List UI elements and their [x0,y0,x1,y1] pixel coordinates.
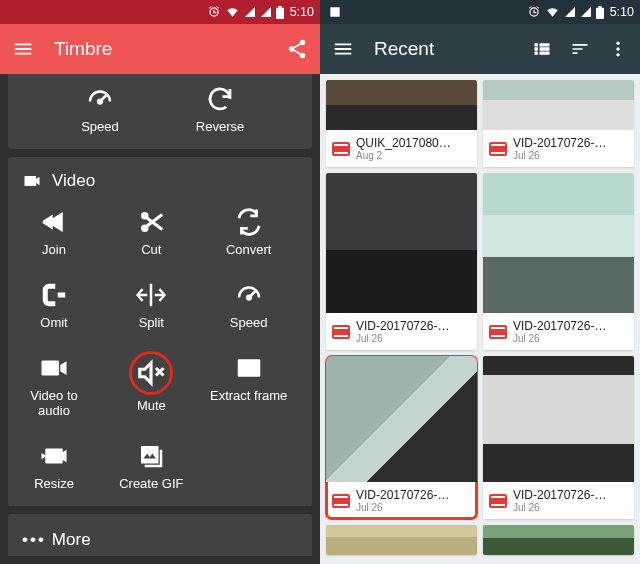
tool-label: Extract frame [210,389,287,404]
video-section-label: Video [52,171,95,191]
battery-icon [596,6,604,19]
tool-reverse[interactable]: Reverse [180,78,260,139]
film-icon [332,142,350,156]
tool-label: Speed [81,120,119,135]
signal-icon [260,6,272,18]
convert-icon [232,205,266,239]
video-thumbnail [483,356,634,482]
sort-icon[interactable] [570,39,590,59]
video-card[interactable]: VID-20170726-…Jul 26 [483,356,634,519]
video-card[interactable]: VID-20170726-…Jul 26 [326,173,477,350]
cut-icon [134,205,168,239]
tool-speed[interactable]: Speed [60,78,140,139]
app-title: Recent [374,38,514,60]
video-date: Jul 26 [356,502,449,513]
film-icon [332,325,350,339]
tool-video-to-audio[interactable]: Video to audio [14,347,94,423]
video-card: Video JoinCutConvertOmitSplitSpeedVideo … [8,157,312,506]
clock-text: 5:10 [290,5,314,19]
tool-label: Mute [137,399,166,414]
video-card[interactable]: VID-20170726-…Jul 26 [483,173,634,350]
video-date: Jul 26 [513,333,606,344]
svg-point-9 [616,53,619,56]
mute-icon [134,356,168,390]
tool-omit[interactable]: Omit [14,274,94,335]
tool-label: Omit [40,316,67,331]
video-icon [22,171,42,191]
tool-speed[interactable]: Speed [209,274,289,335]
video-card[interactable] [326,525,477,555]
video-caption: VID-20170726-…Jul 26 [483,482,634,519]
split-icon [134,278,168,312]
film-icon [489,494,507,508]
video-name: QUIK_2017080… [356,136,451,150]
tool-resize[interactable]: Resize [14,435,94,496]
video-name: VID-20170726-… [513,488,606,502]
video-thumbnail [483,525,634,555]
video-section-header: Video [14,167,306,201]
app-bar: Timbre [0,24,320,74]
video-thumbnail [326,356,477,482]
film-icon [489,142,507,156]
clock-text: 5:10 [610,5,634,19]
video-thumbnail [326,173,477,313]
video-card[interactable] [483,525,634,555]
tool-label: Join [42,243,66,258]
menu-icon[interactable] [332,38,354,60]
join-icon [37,205,71,239]
video-to-audio-icon [37,351,71,385]
tool-mute[interactable]: Mute [111,347,191,423]
video-date: Jul 26 [513,150,606,161]
top-tools-card: SpeedReverse [8,74,312,149]
video-name: VID-20170726-… [356,319,449,333]
overflow-icon[interactable] [608,39,628,59]
svg-point-3 [98,100,102,104]
video-card[interactable]: QUIK_2017080…Aug 2 [326,80,477,167]
view-list-icon[interactable] [532,39,552,59]
tool-join[interactable]: Join [14,201,94,262]
wifi-icon [545,5,560,19]
wifi-icon [225,5,240,19]
video-name: VID-20170726-… [513,319,606,333]
tool-cut[interactable]: Cut [111,201,191,262]
share-icon[interactable] [286,38,308,60]
video-card[interactable]: VID-20170726-…Jul 26 [326,356,477,519]
video-name: VID-20170726-… [356,488,449,502]
alarm-icon [207,5,221,19]
video-date: Aug 2 [356,150,451,161]
create-gif-icon [134,439,168,473]
svg-point-1 [289,46,295,52]
status-bar: 5:10 [0,0,320,24]
film-icon [332,494,350,508]
status-bar: 5:10 [320,0,640,24]
svg-point-2 [300,53,306,58]
tool-label: Resize [34,477,74,492]
omit-icon [37,278,71,312]
reverse-icon [203,82,237,116]
tool-label: Reverse [196,120,244,135]
video-card[interactable]: VID-20170726-…Jul 26 [483,80,634,167]
signal-icon [564,6,576,18]
tool-extract-frame[interactable]: Extract frame [209,347,289,423]
video-thumbnail [483,173,634,313]
more-label: More [52,530,91,549]
svg-point-7 [616,42,619,45]
svg-point-0 [300,40,306,46]
video-date: Jul 26 [356,333,449,344]
tool-label: Cut [141,243,161,258]
image-icon [328,5,342,19]
video-thumbnail [326,525,477,555]
menu-icon[interactable] [12,38,34,60]
tool-label: Speed [230,316,268,331]
tool-split[interactable]: Split [111,274,191,335]
tool-label: Convert [226,243,272,258]
extract-frame-icon [232,351,266,385]
tool-create-gif[interactable]: Create GIF [111,435,191,496]
tool-label: Create GIF [119,477,183,492]
film-icon [489,325,507,339]
more-card[interactable]: •••More [8,514,312,556]
resize-icon [37,439,71,473]
video-caption: VID-20170726-…Jul 26 [326,313,477,350]
tool-convert[interactable]: Convert [209,201,289,262]
battery-icon [276,6,284,19]
